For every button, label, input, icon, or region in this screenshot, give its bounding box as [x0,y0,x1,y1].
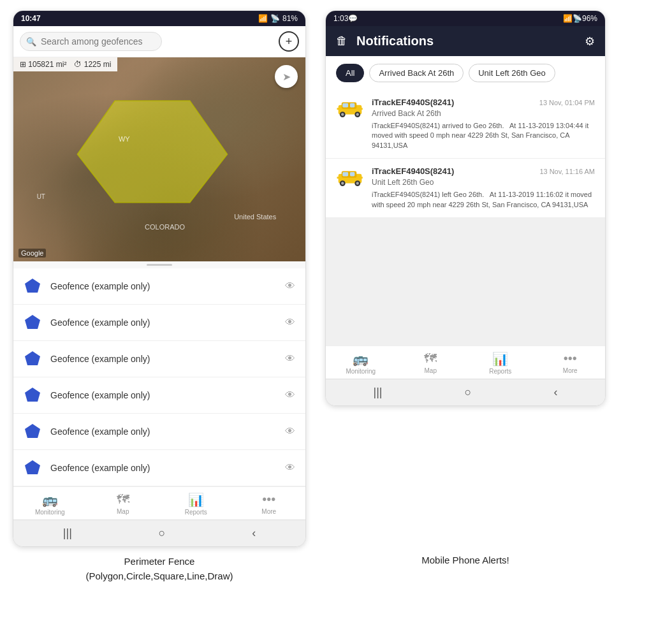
list-item[interactable]: Geofence (example only) 👁 [13,305,305,341]
notification-item-1[interactable]: iTrackEF4940S(8241) 13 Nov, 01:04 PM Arr… [326,90,605,159]
status-bar-right: 1:03 💬 📶 📡 96% [326,11,605,26]
android-back-btn-left[interactable]: ‹ [252,527,256,540]
compass-icon: ➤ [282,71,291,83]
android-recent-btn-right[interactable]: ||| [374,386,383,399]
list-item[interactable]: Geofence (example only) 👁 [13,268,305,305]
battery-right: 96% [582,14,597,23]
status-icons-left: 📶 📡 81% [258,14,298,23]
notif-top-1: iTrackEF4940S(8241) 13 Nov, 01:04 PM [372,98,595,107]
reports-label-left: Reports [185,509,207,516]
google-logo: Google [18,249,46,258]
svg-rect-14 [350,103,354,108]
wifi-icon-right: 📶 [563,14,573,23]
nav-map-right[interactable]: 🗺 Map [396,346,466,379]
more-icon-right: ••• [564,351,577,366]
filter-all[interactable]: All [336,64,364,82]
eye-icon-3[interactable]: 👁 [285,353,295,365]
android-back-btn-right[interactable]: ‹ [553,386,557,399]
eye-icon-1[interactable]: 👁 [285,280,295,292]
map-label-right: Map [425,367,437,374]
caption-right: Mobile Phone Alerts! [325,555,606,583]
android-home-btn-left[interactable]: ○ [159,527,166,540]
svg-rect-23 [342,172,348,177]
reports-icon-right: 📊 [492,351,508,367]
scroll-indicator [13,261,305,268]
time-right: 1:03 [333,14,348,23]
nav-reports-left[interactable]: 📊 Reports [159,487,233,520]
geofence-label-5: Geofence (example only) [50,426,276,437]
nav-map-left[interactable]: 🗺 Map [87,487,160,520]
geofence-label-6: Geofence (example only) [50,463,276,473]
search-icon: 🔍 [26,37,36,47]
android-recent-btn-left[interactable]: ||| [63,527,72,540]
nav-reports-right[interactable]: 📊 Reports [465,346,536,379]
eye-icon-4[interactable]: 👁 [285,389,295,401]
device-name-1: iTrackEF4940S(8241) [372,98,454,107]
notif-time-1: 13 Nov, 01:04 PM [539,99,595,106]
svg-marker-3 [25,351,40,365]
geofence-label-4: Geofence (example only) [50,390,276,400]
map-area[interactable]: WY COLORADO United States UT ⊞ 105821 mi… [13,57,305,261]
bottom-nav-left: 🚌 Monitoring 🗺 Map 📊 Reports ••• More [13,486,305,520]
filter-arrived[interactable]: Arrived Back At 26th [369,64,464,82]
filter-unit-left[interactable]: Unit Left 26th Geo [469,64,555,82]
notif-top-2: iTrackEF4940S(8241) 13 Nov, 11:16 AM [372,166,595,176]
notifications-header: 🗑 Notifications ⚙ [326,26,605,56]
nav-monitoring-right[interactable]: 🚌 Monitoring [326,346,396,379]
geofence-icon-6 [24,459,41,477]
map-icon-left: 🗺 [117,492,129,507]
eye-icon-2[interactable]: 👁 [285,317,295,328]
list-item[interactable]: Geofence (example only) 👁 [13,450,305,486]
area-stat: ⊞ 105821 mi² [20,60,66,69]
svg-point-12 [356,113,359,115]
notif-header-2: iTrackEF4940S(8241) 13 Nov, 11:16 AM Uni… [336,166,595,187]
list-item[interactable]: Geofence (example only) 👁 [13,414,305,450]
caption-left: Perimeter Fence(Polygon,Circle,Square,Li… [13,555,306,583]
geofence-icon-4 [24,386,41,404]
monitoring-label-left: Monitoring [35,509,65,516]
notif-time-2: 13 Nov, 11:16 AM [539,168,595,175]
geofence-icon-3 [24,350,41,368]
right-phone: 1:03 💬 📶 📡 96% 🗑 Notifications ⚙ All Arr… [325,10,606,406]
delete-button[interactable]: 🗑 [336,34,347,48]
search-wrapper: 🔍 [20,32,274,51]
car-avatar-2 [336,168,364,187]
svg-rect-15 [337,108,339,110]
more-icon-left: ••• [262,492,275,507]
nav-more-right[interactable]: ••• More [536,346,606,379]
search-input[interactable] [20,32,162,51]
compass-button[interactable]: ➤ [275,65,298,88]
notification-item-2[interactable]: iTrackEF4940S(8241) 13 Nov, 11:16 AM Uni… [326,159,605,218]
nav-more-left[interactable]: ••• More [233,487,306,520]
reports-label-right: Reports [489,368,511,375]
nav-monitoring-left[interactable]: 🚌 Monitoring [13,487,87,520]
svg-marker-0 [77,101,227,203]
svg-marker-6 [25,460,40,474]
notif-info-2: iTrackEF4940S(8241) 13 Nov, 11:16 AM Uni… [372,166,595,187]
more-label-left: More [261,508,276,515]
monitoring-icon-left: 🚌 [42,492,58,507]
dist-stat: ⏱ 1225 mi [74,60,111,69]
area-value: 105821 mi² [28,60,66,69]
svg-point-10 [341,113,344,115]
filter-tabs: All Arrived Back At 26th Unit Left 26th … [326,56,605,90]
notif-message-2: iTrackEF4940S(8241) left Geo 26th. At 11… [336,190,595,210]
list-item[interactable]: Geofence (example only) 👁 [13,377,305,414]
list-item[interactable]: Geofence (example only) 👁 [13,341,305,377]
android-home-btn-right[interactable]: ○ [465,386,472,399]
map-label-wy: WY [119,135,130,143]
geofence-icon-5 [24,423,41,440]
chat-icon: 💬 [348,14,358,23]
page-title: Notifications [356,34,576,48]
notif-message-1: iTrackEF4940S(8241) arrived to Geo 26th.… [336,121,595,150]
eye-icon-5[interactable]: 👁 [285,426,295,437]
area-icon: ⊞ [20,60,26,69]
add-geofence-button[interactable]: + [279,31,299,52]
svg-point-20 [341,182,344,185]
eye-icon-6[interactable]: 👁 [285,462,295,474]
event-label-2: Unit Left 26th Geo [372,178,434,187]
svg-rect-16 [360,108,363,110]
geofence-label-2: Geofence (example only) [50,317,276,328]
settings-button[interactable]: ⚙ [585,34,595,48]
monitoring-icon-right: 🚌 [353,351,369,367]
